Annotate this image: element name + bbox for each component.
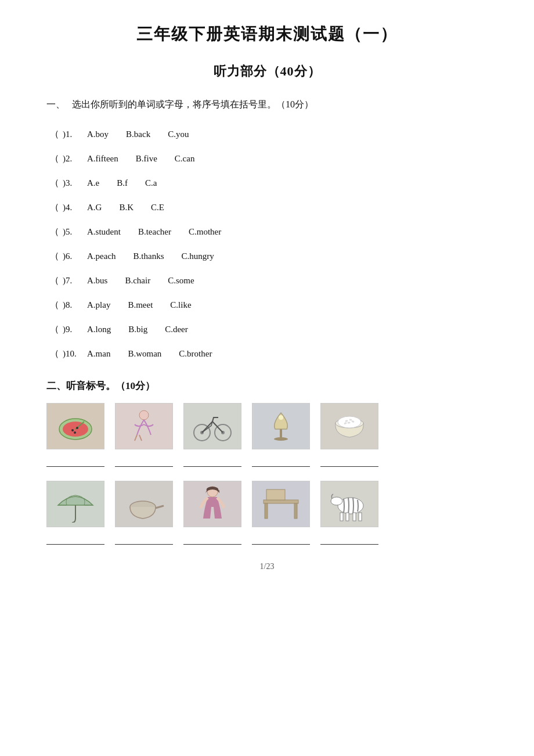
- image-zebra: [320, 481, 378, 527]
- svg-rect-32: [340, 513, 343, 521]
- q-num: )6.: [63, 247, 87, 265]
- page-title: 三年级下册英语期末测试题（一）: [46, 23, 488, 45]
- answer-line[interactable]: [46, 455, 104, 467]
- question-item: （ )3. A.e B.f C.a: [46, 174, 488, 192]
- answer-line[interactable]: [320, 533, 378, 545]
- image-rice-bowl: [320, 403, 378, 449]
- answer-line-row-1: [46, 455, 488, 467]
- bracket: （: [46, 198, 63, 217]
- options: A.play B.meet C.like: [87, 296, 192, 314]
- option-c: C.like: [170, 296, 191, 314]
- q-num: )7.: [63, 272, 87, 289]
- svg-point-12: [274, 437, 288, 441]
- image-umbrella: [46, 481, 104, 527]
- svg-point-6: [139, 411, 149, 420]
- bracket: （: [46, 149, 63, 168]
- option-a: A.boy: [87, 125, 109, 143]
- option-c: C.hungry: [181, 247, 214, 265]
- option-b: B.f: [117, 174, 128, 192]
- option-c: C.you: [168, 125, 189, 143]
- option-c: C.mother: [189, 223, 221, 240]
- option-a: A.fifteen: [87, 150, 118, 167]
- option-a: A.peach: [87, 247, 116, 265]
- option-a: A.play: [87, 296, 110, 314]
- option-a: A.long: [87, 321, 111, 338]
- svg-point-13: [279, 415, 283, 420]
- answer-line[interactable]: [115, 533, 173, 545]
- question-list: （ )1. A.boy B.back C.you （ )2. A.fifteen…: [46, 125, 488, 363]
- answer-line[interactable]: [320, 455, 378, 467]
- bracket: （: [46, 174, 63, 192]
- question-item: （ )4. A.G B.K C.E: [46, 198, 488, 217]
- answer-line[interactable]: [252, 455, 310, 467]
- options: A.long B.big C.deer: [87, 321, 188, 338]
- option-b: B.chair: [125, 272, 150, 289]
- part1-instruction: 一、 选出你所听到的单词或字母，将序号填在括号里。（10分）: [46, 96, 488, 113]
- bracket: （: [46, 344, 63, 363]
- option-b: B.woman: [128, 345, 161, 362]
- image-watermelon: [46, 403, 104, 449]
- bracket: （: [46, 271, 63, 290]
- option-b: B.back: [126, 125, 150, 143]
- question-item: （ )5. A.student B.teacher C.mother: [46, 222, 488, 241]
- option-a: A.G: [87, 199, 102, 216]
- option-a: A.man: [87, 345, 110, 362]
- svg-rect-35: [359, 513, 362, 521]
- q-num: )4.: [63, 199, 87, 216]
- answer-line[interactable]: [183, 455, 241, 467]
- answer-line[interactable]: [115, 455, 173, 467]
- svg-line-24: [156, 506, 164, 508]
- svg-rect-29: [266, 489, 285, 500]
- answer-line-row-2: [46, 533, 488, 545]
- option-b: B.teacher: [138, 223, 171, 240]
- image-woman: [183, 481, 241, 527]
- question-item: （ )6. A.peach B.thanks C.hungry: [46, 247, 488, 265]
- q-num: )8.: [63, 296, 87, 314]
- option-b: B.meet: [128, 296, 153, 314]
- image-bicycle: [183, 403, 241, 449]
- answer-line[interactable]: [46, 533, 104, 545]
- svg-rect-34: [353, 513, 356, 521]
- svg-point-5: [74, 431, 76, 434]
- option-c: C.can: [175, 150, 195, 167]
- question-item: （ )9. A.long B.big C.deer: [46, 320, 488, 339]
- svg-rect-26: [264, 500, 298, 503]
- option-a: A.bus: [87, 272, 107, 289]
- option-b: B.thanks: [134, 247, 164, 265]
- options: A.man B.woman C.brother: [87, 345, 212, 362]
- image-row-1: [46, 403, 488, 449]
- q-num: )3.: [63, 174, 87, 192]
- q-num: )9.: [63, 321, 87, 338]
- bracket: （: [46, 320, 63, 339]
- options: A.boy B.back C.you: [87, 125, 189, 143]
- answer-line[interactable]: [252, 533, 310, 545]
- svg-rect-28: [294, 503, 297, 519]
- options: A.bus B.chair C.some: [87, 272, 194, 289]
- options: A.fifteen B.five C.can: [87, 150, 194, 167]
- svg-rect-33: [346, 513, 349, 521]
- section-title: 听力部分（40分）: [46, 63, 488, 80]
- svg-point-4: [76, 427, 78, 429]
- question-item: （ )10. A.man B.woman C.brother: [46, 344, 488, 363]
- option-c: C.brother: [179, 345, 212, 362]
- answer-line[interactable]: [183, 533, 241, 545]
- part2-title: 二、听音标号。（10分）: [46, 379, 488, 393]
- option-c: C.E: [151, 199, 164, 216]
- bracket: （: [46, 125, 63, 143]
- options: A.peach B.thanks C.hungry: [87, 247, 214, 265]
- options: A.e B.f C.a: [87, 174, 157, 192]
- question-item: （ )8. A.play B.meet C.like: [46, 296, 488, 314]
- bracket: （: [46, 247, 63, 265]
- q-num: )5.: [63, 223, 87, 240]
- option-a: A.e: [87, 174, 99, 192]
- options: A.G B.K C.E: [87, 199, 164, 216]
- option-a: A.student: [87, 223, 121, 240]
- svg-rect-11: [280, 429, 282, 438]
- bracket: （: [46, 222, 63, 241]
- image-desk: [252, 481, 310, 527]
- image-row-2: [46, 481, 488, 527]
- image-pan: [115, 481, 173, 527]
- option-c: C.deer: [165, 321, 188, 338]
- option-b: B.K: [119, 199, 134, 216]
- q-num: )10.: [63, 345, 87, 362]
